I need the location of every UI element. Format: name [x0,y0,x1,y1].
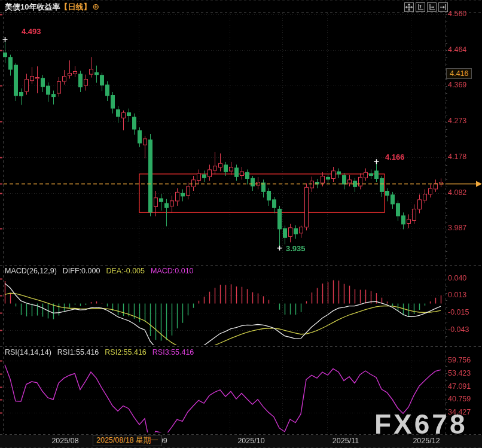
fit-y-axis-icon[interactable] [416,2,425,12]
rsi3-value: RSI3:55.416 [152,348,194,356]
price-axis-label: 4.560 [448,10,466,18]
macd-name-label[interactable]: MACD(26,12,9) [5,267,57,275]
price-axis-label: 4.369 [448,81,466,89]
rsi2-value: RSI2:55.416 [105,348,147,356]
macd-diff-value: DIFF:0.000 [63,267,100,275]
rsi-axis-label: 59.756 [448,356,471,364]
instrument-title: 美债10年收益率 [5,2,60,11]
chart-widget: 美债10年收益率【日线】⊕ 4.416 4.493 3.935 4.166 MA… [0,0,482,448]
price-axis-label: 3.987 [448,224,466,232]
pan-icon[interactable] [404,2,414,12]
rsi-header: RSI(14,14,14)RSI1:55.416RSI2:55.416RSI3:… [5,348,194,356]
x-axis-label: 2025/10 [237,437,264,445]
title-bar: 美债10年收益率【日线】⊕ [5,2,99,13]
rsi1-value: RSI1:55.416 [57,348,99,356]
watermark: FX678 [374,408,468,440]
macd-dea-value: DEA:-0.005 [106,267,145,275]
x-axis-label: 2025/08 [51,437,78,445]
macd-hist-value: MACD:0.010 [151,267,194,275]
high-price-marker-label: 4.493 [22,27,41,36]
price-axis-label: 4.464 [448,45,466,54]
macd-axis-label: 0.013 [448,291,466,299]
add-indicator-icon[interactable]: ⊕ [92,2,99,11]
macd-header: MACD(26,12,9)DIFF:0.000DEA:-0.005MACD:0.… [5,267,194,275]
low-price-marker-label: 3.935 [286,244,306,253]
swing-high-marker-label: 4.166 [385,153,405,161]
fit-x-axis-icon[interactable] [427,2,437,12]
price-axis-label: 4.273 [448,117,466,125]
price-axis-label: 4.178 [448,153,466,161]
rsi-name-label[interactable]: RSI(14,14,14) [5,348,51,356]
go-to-latest-icon[interactable] [438,2,448,12]
chart-toolbar [404,2,448,12]
rsi-axis-label: 40.759 [448,395,471,403]
rsi-axis-label: 47.091 [448,382,471,391]
crosshair-date-label: 2025/08/18 星期一 [93,435,162,446]
chart-canvas[interactable] [0,0,482,448]
price-axis-label: 4.082 [448,188,466,197]
x-axis-label: 2025/11 [332,437,359,445]
price-alert-label[interactable]: 4.416 [446,68,472,79]
macd-axis-label: 0.040 [448,274,466,282]
rsi-axis-label: 53.423 [448,369,471,377]
period-label[interactable]: 【日线】 [60,2,91,11]
macd-axis-label: -0.043 [448,325,469,334]
macd-axis-label: -0.015 [448,308,469,316]
